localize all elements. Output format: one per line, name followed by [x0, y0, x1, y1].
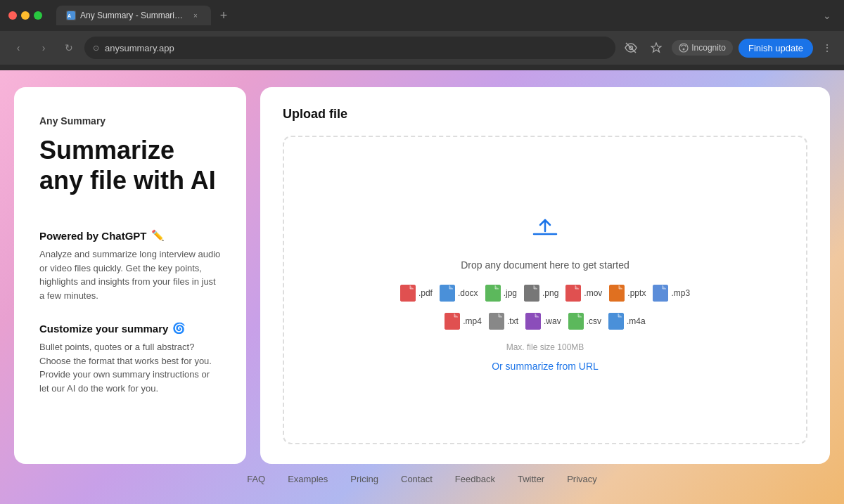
- collapse-button[interactable]: ⌄: [819, 7, 836, 24]
- svg-rect-6: [400, 285, 416, 302]
- file-type-icon: [565, 285, 581, 302]
- svg-point-5: [683, 49, 685, 51]
- tab-title: Any Summary - Summarize a...: [80, 11, 186, 20]
- file-type-badge: .jpg: [485, 285, 517, 302]
- active-tab[interactable]: A Any Summary - Summarize a... ×: [56, 6, 211, 25]
- file-type-badge: .txt: [489, 313, 518, 330]
- address-lock-icon: ⊙: [93, 44, 99, 53]
- file-type-icon: [445, 313, 460, 330]
- svg-rect-17: [608, 313, 624, 330]
- svg-rect-11: [609, 285, 625, 302]
- maximize-traffic-light[interactable]: [34, 11, 42, 20]
- tab-close-button[interactable]: ×: [190, 10, 201, 21]
- feature-customize: Customize your summary 🌀 Bullet points, …: [39, 322, 221, 395]
- nav-bar: ‹ › ↻ ⊙ anysummary.app Incognito Finish …: [0, 31, 844, 65]
- footer-link[interactable]: Contact: [401, 474, 433, 484]
- file-types-row: .pdf .docx .jpg .png .mov .pptx .mp3 .mp…: [362, 285, 728, 330]
- footer-link[interactable]: Pricing: [350, 474, 378, 484]
- file-type-badge: .pdf: [400, 285, 433, 302]
- svg-rect-9: [524, 285, 539, 302]
- address-bar[interactable]: ⊙ anysummary.app: [84, 37, 615, 59]
- svg-rect-8: [485, 285, 501, 302]
- file-type-badge: .wav: [525, 313, 561, 330]
- incognito-label: Incognito: [691, 43, 726, 53]
- swirl-icon: 🌀: [172, 322, 186, 335]
- feature2-desc: Bullet points, quotes or a full abstract…: [39, 340, 221, 395]
- drop-zone[interactable]: Drop any document here to get started .p…: [283, 136, 807, 444]
- file-type-badge: .csv: [568, 313, 601, 330]
- svg-rect-14: [489, 313, 504, 330]
- tab-bar: A Any Summary - Summarize a... × +: [56, 6, 813, 25]
- footer-link[interactable]: Twitter: [518, 474, 544, 484]
- main-content: Any Summary Summarize any file with AI P…: [14, 87, 830, 464]
- star-icon[interactable]: [646, 38, 666, 58]
- footer-link[interactable]: Feedback: [455, 474, 495, 484]
- file-type-icon: [400, 285, 416, 302]
- address-text: anysummary.app: [105, 43, 607, 53]
- footer-link[interactable]: FAQ: [247, 474, 265, 484]
- left-card: Any Summary Summarize any file with AI P…: [14, 87, 246, 464]
- close-traffic-light[interactable]: [8, 11, 17, 20]
- feature-chatgpt: Powered by ChatGPT ✏️ Analyze and summar…: [39, 229, 221, 302]
- file-type-icon: [608, 313, 624, 330]
- file-type-badge: .mp4: [445, 313, 482, 330]
- url-summarize-link[interactable]: Or summarize from URL: [492, 361, 599, 372]
- file-type-icon: [524, 285, 539, 302]
- svg-rect-13: [445, 313, 460, 330]
- nav-right: Incognito Finish update ⋮: [621, 38, 836, 58]
- pencil-icon: ✏️: [151, 229, 165, 242]
- upload-icon: [528, 209, 562, 243]
- footer-link[interactable]: Examples: [288, 474, 328, 484]
- back-button[interactable]: ‹: [8, 38, 28, 58]
- reload-button[interactable]: ↻: [59, 38, 79, 58]
- file-type-icon: [568, 313, 584, 330]
- tab-favicon: A: [66, 11, 76, 20]
- traffic-lights: [8, 11, 42, 20]
- minimize-traffic-light[interactable]: [21, 11, 30, 20]
- feature1-title: Powered by ChatGPT ✏️: [39, 229, 221, 242]
- svg-rect-7: [440, 285, 455, 302]
- page-background: Any Summary Summarize any file with AI P…: [0, 70, 844, 504]
- file-type-badge: .docx: [440, 285, 478, 302]
- more-options-button[interactable]: ⋮: [819, 39, 836, 56]
- file-type-icon: [485, 285, 501, 302]
- file-type-badge: .png: [524, 285, 558, 302]
- file-type-icon: [525, 313, 541, 330]
- title-bar: A Any Summary - Summarize a... × + ⌄: [0, 0, 844, 31]
- file-type-badge: .m4a: [608, 313, 646, 330]
- svg-text:A: A: [68, 13, 71, 18]
- eye-icon[interactable]: [621, 38, 641, 58]
- footer-link[interactable]: Privacy: [567, 474, 597, 484]
- feature1-desc: Analyze and summarize long interview aud…: [39, 247, 221, 302]
- feature2-title: Customize your summary 🌀: [39, 322, 221, 335]
- svg-rect-15: [525, 313, 541, 330]
- file-type-badge: .pptx: [609, 285, 646, 302]
- svg-rect-10: [565, 285, 581, 302]
- file-type-icon: [440, 285, 455, 302]
- upload-title: Upload file: [283, 107, 807, 122]
- svg-rect-16: [568, 313, 584, 330]
- hero-title: Summarize any file with AI: [39, 135, 221, 195]
- right-card: Upload file Drop any document here to ge…: [260, 87, 830, 464]
- new-tab-button[interactable]: +: [214, 6, 234, 25]
- file-type-badge: .mp3: [653, 285, 690, 302]
- browser-chrome: A Any Summary - Summarize a... × + ⌄ ‹ ›…: [0, 0, 844, 70]
- brand-name: Any Summary: [39, 115, 221, 127]
- file-type-icon: [653, 285, 668, 302]
- forward-button[interactable]: ›: [34, 38, 53, 58]
- finish-update-button[interactable]: Finish update: [738, 39, 813, 58]
- file-type-icon: [489, 313, 504, 330]
- incognito-badge: Incognito: [672, 40, 733, 56]
- file-type-icon: [609, 285, 625, 302]
- upload-icon-wrap: [528, 209, 562, 245]
- file-type-badge: .mov: [565, 285, 602, 302]
- max-file-size: Max. file size 100MB: [506, 342, 584, 352]
- drop-text: Drop any document here to get started: [461, 259, 629, 271]
- footer: FAQExamplesPricingContactFeedbackTwitter…: [14, 464, 830, 487]
- svg-rect-12: [653, 285, 668, 302]
